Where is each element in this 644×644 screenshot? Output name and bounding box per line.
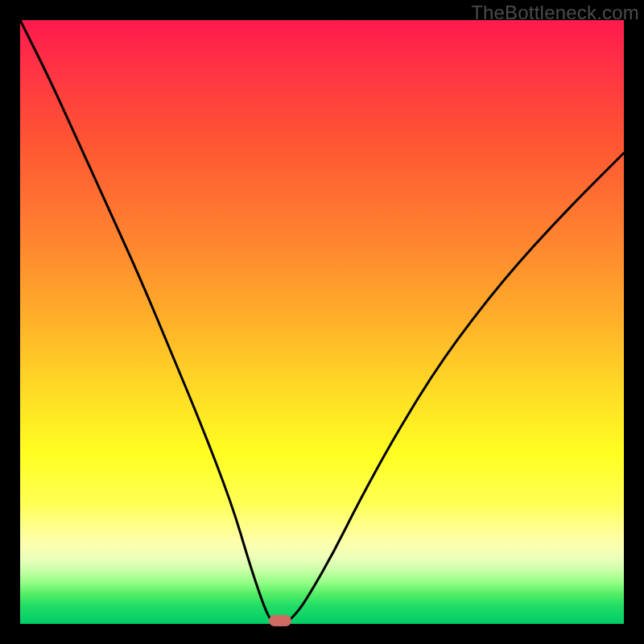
watermark-text: TheBottleneck.com: [471, 2, 639, 24]
bottleneck-curve: [20, 20, 624, 624]
curve-path: [20, 20, 624, 624]
minimum-marker: [269, 615, 291, 626]
chart-frame: [20, 20, 624, 624]
